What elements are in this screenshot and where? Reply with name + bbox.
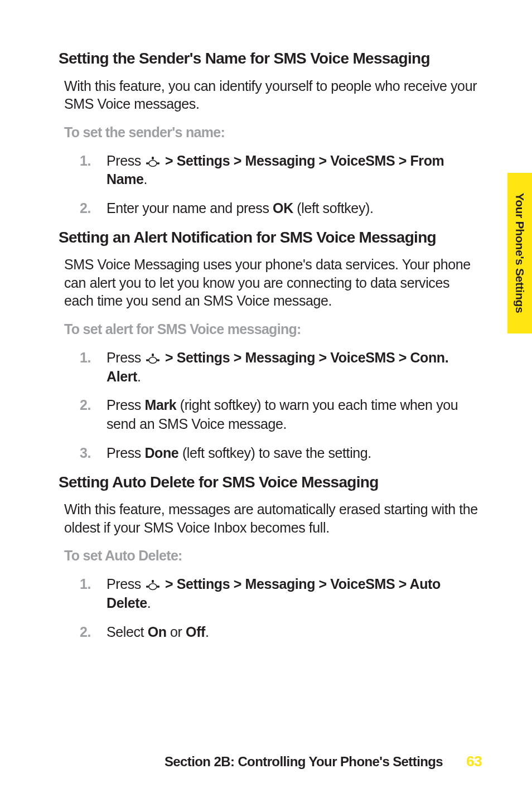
step-1: 1. Press > Settings > Messaging > VoiceS… (80, 152, 482, 190)
step-text-bold: Mark (144, 397, 176, 413)
body-sender-name: With this feature, you can identify your… (64, 77, 482, 113)
svg-rect-2 (146, 162, 149, 164)
svg-rect-7 (157, 359, 160, 361)
heading-alert-notification: Setting an Alert Notification for SMS Vo… (59, 228, 482, 247)
heading-auto-delete: Setting Auto Delete for SMS Voice Messag… (59, 473, 482, 492)
step-number: 2. (80, 396, 91, 415)
subheading-alert-notification: To set alert for SMS Voice messaging: (64, 321, 482, 337)
step-text-post: . (147, 595, 151, 611)
step-text-bold: OK (273, 200, 293, 216)
step-2: 2. Press Mark (right softkey) to warn yo… (80, 396, 482, 434)
step-number: 2. (80, 199, 91, 218)
step-text-post: . (144, 171, 148, 187)
svg-point-8 (149, 584, 157, 590)
steps-auto-delete: 1. Press > Settings > Messaging > VoiceS… (80, 575, 482, 641)
svg-rect-5 (152, 354, 154, 356)
step-text: (left softkey) to save the setting. (178, 445, 371, 461)
svg-point-0 (149, 160, 157, 166)
step-text: or (167, 624, 186, 640)
svg-rect-3 (157, 162, 160, 164)
heading-sender-name: Setting the Sender's Name for SMS Voice … (59, 49, 482, 68)
step-text-pre: Press (107, 153, 144, 168)
step-number: 1. (80, 349, 91, 367)
page-content: Setting the Sender's Name for SMS Voice … (0, 0, 532, 798)
step-text: Press (107, 397, 144, 413)
page-footer: Section 2B: Controlling Your Phone's Set… (0, 753, 532, 770)
step-text: Select (107, 624, 148, 640)
step-text: Enter your name and press (107, 200, 273, 216)
step-number: 1. (80, 152, 91, 171)
step-2: 2. Select On or Off. (80, 623, 482, 642)
nav-key-icon (146, 156, 160, 167)
step-text-pre: Press (107, 350, 144, 365)
step-2: 2. Enter your name and press OK (left so… (80, 199, 482, 218)
step-text-bold: Done (144, 445, 178, 461)
svg-rect-10 (146, 586, 149, 588)
body-auto-delete: With this feature, messages are automati… (64, 500, 482, 536)
step-text: Press (107, 445, 144, 461)
step-1: 1. Press > Settings > Messaging > VoiceS… (80, 349, 482, 386)
steps-alert-notification: 1. Press > Settings > Messaging > VoiceS… (80, 349, 482, 463)
svg-rect-1 (152, 157, 154, 159)
page-number: 63 (466, 753, 482, 770)
step-number: 3. (80, 444, 91, 463)
step-text: . (205, 624, 209, 640)
step-text-post: . (137, 369, 141, 384)
step-3: 3. Press Done (left softkey) to save the… (80, 444, 482, 463)
nav-key-icon (146, 579, 160, 591)
nav-key-icon (146, 353, 160, 364)
body-alert-notification: SMS Voice Messaging uses your phone's da… (64, 255, 482, 310)
step-text-bold: On (148, 624, 167, 640)
subheading-auto-delete: To set Auto Delete: (64, 548, 482, 564)
step-text-bold: Off (186, 624, 205, 640)
step-text: (left softkey). (293, 200, 374, 216)
footer-section-title: Section 2B: Controlling Your Phone's Set… (165, 754, 443, 770)
svg-rect-11 (157, 586, 160, 588)
step-number: 1. (80, 575, 91, 594)
svg-point-4 (149, 357, 157, 363)
step-1: 1. Press > Settings > Messaging > VoiceS… (80, 575, 482, 613)
subheading-sender-name: To set the sender's name: (64, 124, 482, 141)
svg-rect-6 (146, 359, 149, 361)
step-number: 2. (80, 623, 91, 642)
svg-rect-9 (152, 580, 154, 583)
steps-sender-name: 1. Press > Settings > Messaging > VoiceS… (80, 152, 482, 218)
step-text-pre: Press (107, 576, 144, 592)
